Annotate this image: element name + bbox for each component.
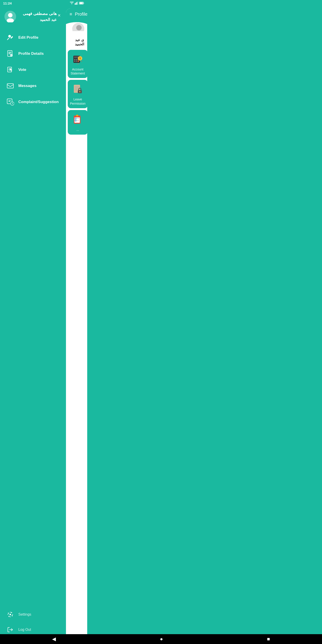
grid-item-checklist[interactable]: ... xyxy=(68,110,87,134)
checklist-icon xyxy=(72,113,84,126)
grid-item-leave-permission-label: Leave Permission xyxy=(70,97,86,105)
gear-icon xyxy=(6,610,14,618)
complaint-icon: ? xyxy=(6,98,14,106)
status-icons xyxy=(70,2,84,5)
svg-rect-59 xyxy=(76,115,78,116)
status-bar: 11:24 xyxy=(0,0,87,6)
svg-text:?: ? xyxy=(12,102,13,105)
profile-name-area: ى عبد الحميد xyxy=(66,31,87,48)
user-name-display: هانى مصطفى فهمى عبد الحميد xyxy=(19,11,57,23)
svg-point-29 xyxy=(76,25,82,30)
wifi-icon xyxy=(70,2,74,5)
svg-point-48 xyxy=(79,91,80,92)
grid-item-account-statement-label: Account Statement xyxy=(70,67,86,75)
menu-item-complaint[interactable]: ? Complaint/Suggestion xyxy=(4,94,62,110)
hamburger-icon[interactable]: ≡ xyxy=(70,12,72,17)
svg-rect-6 xyxy=(80,2,83,4)
menu-item-edit-profile-label: Edit Profile xyxy=(18,35,38,40)
grid-item-account-statement[interactable]: $ Account Statement xyxy=(68,50,87,78)
drawer-close-button[interactable]: × xyxy=(57,12,62,19)
svg-rect-37 xyxy=(76,60,77,62)
svg-rect-3 xyxy=(77,2,78,5)
profile-panel-title: Profile xyxy=(75,12,87,17)
svg-point-8 xyxy=(8,13,12,18)
menu-item-messages-label: Messages xyxy=(18,84,36,88)
drawer-bottom: Settings Log Out xyxy=(4,607,62,637)
app-content: هانى مصطفى فهمى عبد الحميد × Edit Profil… xyxy=(0,6,87,644)
envelope-icon xyxy=(6,82,14,90)
menu-item-vote[interactable]: Vote xyxy=(4,62,62,78)
vote-icon xyxy=(6,66,14,74)
profile-wave-area xyxy=(66,20,87,31)
svg-rect-34 xyxy=(76,59,77,60)
nav-bar: ◀ ● ■ xyxy=(0,634,87,644)
menu-item-complaint-label: Complaint/Suggestion xyxy=(18,100,58,104)
avatar xyxy=(4,11,16,22)
svg-text:$: $ xyxy=(80,57,81,60)
drawer: هانى مصطفى فهمى عبد الحميد × Edit Profil… xyxy=(0,6,66,644)
calculator-money-icon: $ xyxy=(72,53,84,66)
profile-panel: ≡ Profile ى عبد الحميد xyxy=(66,8,87,644)
drawer-user: هانى مصطفى فهمى عبد الحميد xyxy=(4,11,57,23)
svg-rect-5 xyxy=(84,3,84,4)
grid-item-leave-permission[interactable]: Leave Permission xyxy=(68,80,87,108)
grid-item-checklist-label: ... xyxy=(76,128,79,132)
drawer-header: هانى مصطفى فهمى عبد الحميد × xyxy=(4,11,62,23)
leave-doc-icon xyxy=(72,83,84,96)
menu-item-logout-label: Log Out xyxy=(18,628,31,632)
svg-rect-0 xyxy=(75,3,75,5)
menu-item-profile-details-label: Profile Details xyxy=(18,52,44,56)
signal-icon xyxy=(75,2,78,5)
logout-icon xyxy=(6,626,14,634)
svg-point-10 xyxy=(8,35,11,38)
profile-panel-header: ≡ Profile xyxy=(66,8,87,20)
svg-rect-36 xyxy=(74,60,75,62)
menu-item-profile-details[interactable]: Profile Details xyxy=(4,46,62,62)
svg-rect-2 xyxy=(76,2,77,5)
status-time: 11:24 xyxy=(3,1,12,5)
svg-rect-19 xyxy=(7,84,14,88)
svg-rect-33 xyxy=(74,59,75,60)
profile-name-partial: ى عبد الحميد xyxy=(75,38,84,46)
menu-item-vote-label: Vote xyxy=(18,68,26,72)
battery-icon xyxy=(79,2,84,4)
profile-details-icon xyxy=(6,50,14,58)
svg-rect-60 xyxy=(74,118,80,123)
menu-item-settings[interactable]: Settings xyxy=(4,607,62,622)
drawer-menu: Edit Profile Profile Details xyxy=(4,30,62,607)
feature-grid: $ Account Statement xyxy=(66,48,87,136)
svg-rect-38 xyxy=(78,60,79,62)
svg-rect-1 xyxy=(76,3,76,5)
menu-item-messages[interactable]: Messages xyxy=(4,78,62,94)
menu-item-settings-label: Settings xyxy=(18,612,31,616)
svg-point-27 xyxy=(10,614,11,615)
person-edit-icon xyxy=(6,34,14,42)
nav-back-button[interactable]: ◀ xyxy=(48,635,60,643)
menu-item-edit-profile[interactable]: Edit Profile xyxy=(4,30,62,46)
